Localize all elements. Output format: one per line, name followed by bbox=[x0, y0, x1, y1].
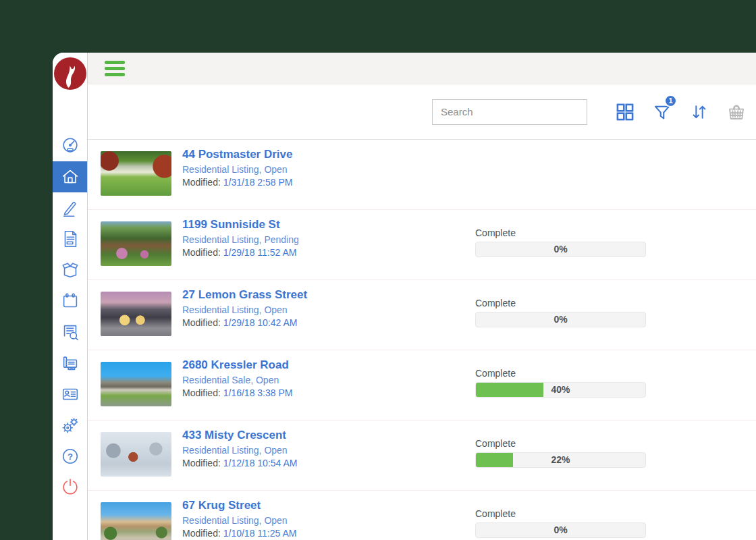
progress-section: Complete 40% bbox=[475, 350, 646, 398]
listing-modified: Modified: 1/16/18 3:38 PM bbox=[182, 387, 475, 398]
contact-card-icon bbox=[60, 384, 80, 404]
progress-label: Complete bbox=[475, 368, 646, 379]
grid-view-button[interactable] bbox=[616, 103, 634, 122]
progress-bar: 0% bbox=[475, 522, 646, 538]
progress-bar: 0% bbox=[475, 242, 646, 257]
listing-thumbnail[interactable] bbox=[101, 502, 171, 540]
sidebar-item-esign[interactable] bbox=[53, 192, 87, 223]
sidebar-item-power[interactable] bbox=[53, 472, 87, 503]
progress-bar: 0% bbox=[475, 312, 646, 327]
listing-thumbnail[interactable] bbox=[101, 362, 171, 406]
sidebar: ? bbox=[53, 53, 88, 540]
fax-icon bbox=[60, 353, 80, 373]
listing-title-link[interactable]: 1199 Sunniside St bbox=[182, 217, 475, 232]
sidebar-item-help[interactable]: ? bbox=[53, 441, 87, 472]
sidebar-item-dashboard[interactable] bbox=[53, 130, 87, 161]
topbar bbox=[88, 53, 756, 84]
progress-percent: 0% bbox=[476, 242, 645, 256]
listing-type-status: Residential Sale, Open bbox=[182, 375, 475, 385]
search-input[interactable] bbox=[432, 99, 587, 125]
progress-label: Complete bbox=[475, 508, 646, 519]
power-icon bbox=[60, 477, 80, 497]
sidebar-item-contacts[interactable] bbox=[53, 379, 87, 410]
sidebar-item-kit[interactable] bbox=[53, 254, 87, 286]
listing-title-link[interactable]: 44 Postmaster Drive bbox=[182, 147, 475, 162]
filter-button[interactable]: 1 bbox=[652, 102, 672, 122]
progress-bar: 40% bbox=[475, 382, 646, 398]
progress-section: Complete 0% bbox=[475, 210, 646, 257]
progress-section: Complete 22% bbox=[475, 421, 646, 468]
progress-label: Complete bbox=[475, 227, 646, 238]
listing-type-status: Residential Listing, Open bbox=[182, 515, 475, 526]
content: 1 bbox=[88, 84, 756, 540]
listing-row[interactable]: 27 Lemon Grass Street Residential Listin… bbox=[88, 280, 756, 350]
listing-title-link[interactable]: 433 Misty Crescent bbox=[182, 428, 475, 443]
listing-thumbnail[interactable] bbox=[101, 151, 171, 196]
progress-percent: 22% bbox=[476, 453, 645, 467]
sidebar-item-settings[interactable] bbox=[53, 410, 87, 441]
listing-modified: Modified: 1/31/18 2:58 PM bbox=[182, 177, 475, 188]
svg-text:?: ? bbox=[67, 452, 72, 462]
listing-title-link[interactable]: 27 Lemon Grass Street bbox=[182, 288, 475, 302]
main-area: 1 bbox=[88, 53, 756, 540]
calendar-icon bbox=[60, 291, 80, 311]
sidebar-item-document-search[interactable] bbox=[53, 317, 87, 348]
listing-type-status: Residential Listing, Pending bbox=[182, 234, 475, 245]
sort-button[interactable] bbox=[690, 103, 709, 122]
sidebar-item-fax[interactable] bbox=[53, 348, 87, 379]
progress-percent: 40% bbox=[476, 383, 645, 397]
progress-section: Complete 0% bbox=[475, 280, 646, 327]
listing-title-link[interactable]: 2680 Kressler Road bbox=[182, 358, 475, 373]
sidebar-item-forms[interactable] bbox=[53, 223, 87, 254]
listing-info: 433 Misty Crescent Residential Listing, … bbox=[182, 421, 475, 468]
listing-row[interactable]: 1199 Sunniside St Residential Listing, P… bbox=[88, 210, 756, 280]
listing-list: 44 Postmaster Drive Residential Listing,… bbox=[88, 140, 756, 540]
progress-label: Complete bbox=[475, 438, 646, 449]
progress-section: Complete 0% bbox=[475, 491, 646, 538]
basket-icon bbox=[726, 102, 747, 122]
listing-modified: Modified: 1/10/18 11:25 AM bbox=[182, 528, 475, 539]
listing-thumbnail[interactable] bbox=[101, 221, 171, 266]
listing-info: 67 Krug Street Residential Listing, Open… bbox=[182, 491, 475, 539]
listing-row[interactable]: 44 Postmaster Drive Residential Listing,… bbox=[88, 140, 756, 210]
forms-document-icon bbox=[60, 229, 80, 249]
home-icon bbox=[60, 167, 80, 187]
sidebar-item-calendar[interactable] bbox=[53, 286, 87, 317]
listing-type-status: Residential Listing, Open bbox=[182, 304, 475, 315]
kit-box-icon bbox=[60, 260, 80, 280]
app-window: ? bbox=[53, 53, 756, 540]
hamburger-menu-icon[interactable] bbox=[105, 61, 125, 76]
listing-thumbnail[interactable] bbox=[101, 292, 171, 336]
settings-gears-icon bbox=[60, 415, 80, 435]
listing-info: 44 Postmaster Drive Residential Listing,… bbox=[182, 140, 475, 188]
listing-modified: Modified: 1/29/18 11:52 AM bbox=[182, 247, 475, 258]
progress-percent: 0% bbox=[476, 523, 645, 537]
listing-type-status: Residential Listing, Open bbox=[182, 445, 475, 456]
document-search-icon bbox=[60, 322, 80, 342]
listing-toolbar: 1 bbox=[88, 84, 756, 140]
listing-modified: Modified: 1/12/18 10:54 AM bbox=[182, 458, 475, 468]
listing-thumbnail[interactable] bbox=[101, 432, 171, 477]
sort-arrows-icon bbox=[690, 103, 709, 122]
filter-count-badge: 1 bbox=[664, 94, 677, 107]
listing-info: 1199 Sunniside St Residential Listing, P… bbox=[182, 210, 475, 258]
listing-modified: Modified: 1/29/18 10:42 AM bbox=[182, 317, 475, 328]
listing-row[interactable]: 2680 Kressler Road Residential Sale, Ope… bbox=[88, 350, 756, 421]
listing-info: 27 Lemon Grass Street Residential Listin… bbox=[182, 280, 475, 328]
esign-pen-icon bbox=[60, 198, 80, 218]
listing-row[interactable]: 433 Misty Crescent Residential Listing, … bbox=[88, 421, 756, 491]
progress-label: Complete bbox=[475, 298, 646, 308]
sidebar-item-home[interactable] bbox=[53, 161, 87, 192]
sidebar-nav: ? bbox=[53, 130, 87, 503]
help-icon: ? bbox=[60, 446, 80, 466]
listing-row[interactable]: 67 Krug Street Residential Listing, Open… bbox=[88, 491, 756, 540]
progress-percent: 0% bbox=[476, 313, 645, 327]
listing-type-status: Residential Listing, Open bbox=[182, 164, 475, 175]
progress-bar: 22% bbox=[475, 452, 646, 468]
basket-button[interactable] bbox=[726, 102, 747, 122]
lone-wolf-logo bbox=[54, 57, 86, 90]
dashboard-gauge-icon bbox=[60, 136, 80, 156]
grid-view-icon bbox=[616, 103, 634, 122]
listing-title-link[interactable]: 67 Krug Street bbox=[182, 498, 475, 513]
listing-info: 2680 Kressler Road Residential Sale, Ope… bbox=[182, 350, 475, 398]
